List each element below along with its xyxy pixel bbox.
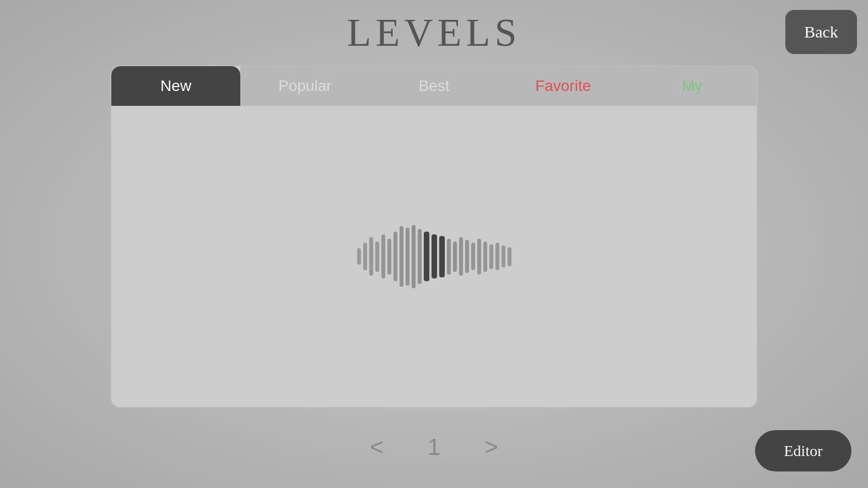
tab-bar: New Popular Best Favorite My	[111, 66, 757, 106]
editor-button[interactable]: Editor	[755, 430, 851, 471]
wave-bar	[483, 242, 487, 272]
wave-bar	[471, 243, 475, 270]
wave-bar	[412, 225, 416, 288]
loading-waveform	[357, 223, 511, 289]
wave-bar	[447, 239, 451, 275]
wave-bar	[489, 244, 493, 269]
wave-bar	[393, 232, 397, 281]
content-area	[111, 106, 757, 407]
wave-bar	[387, 239, 391, 275]
wave-bar	[375, 242, 379, 272]
prev-page-button[interactable]: <	[370, 434, 384, 460]
page-title: LEVELS	[347, 10, 521, 56]
wave-bar	[432, 234, 437, 278]
wave-bar	[508, 247, 511, 266]
tab-favorite[interactable]: Favorite	[499, 66, 628, 106]
pagination: < 1 >	[370, 434, 498, 460]
wave-bar	[369, 237, 373, 276]
wave-bar	[477, 239, 481, 275]
wave-bar	[424, 232, 429, 281]
wave-bar	[495, 243, 499, 270]
wave-bar	[406, 228, 409, 286]
tab-best[interactable]: Best	[369, 66, 498, 106]
wave-bar	[502, 245, 505, 267]
back-button[interactable]: Back	[785, 10, 857, 54]
next-page-button[interactable]: >	[484, 434, 498, 460]
main-panel: New Popular Best Favorite My	[110, 65, 758, 408]
bg-decoration	[83, 331, 110, 358]
wave-bar	[381, 234, 385, 278]
bg-decoration	[780, 165, 813, 199]
wave-bar	[357, 248, 361, 265]
bg-decoration	[813, 276, 835, 298]
page-number: 1	[428, 434, 440, 460]
bg-decoration	[39, 187, 83, 232]
wave-bar	[439, 236, 445, 277]
tab-my[interactable]: My	[628, 66, 757, 106]
tab-popular[interactable]: Popular	[240, 66, 369, 106]
wave-bar	[453, 242, 457, 272]
wave-bar	[418, 229, 422, 284]
wave-bar	[400, 226, 403, 287]
wave-bar	[363, 243, 367, 270]
wave-bar	[465, 240, 469, 273]
tab-new[interactable]: New	[111, 66, 240, 106]
wave-bar	[459, 237, 463, 276]
